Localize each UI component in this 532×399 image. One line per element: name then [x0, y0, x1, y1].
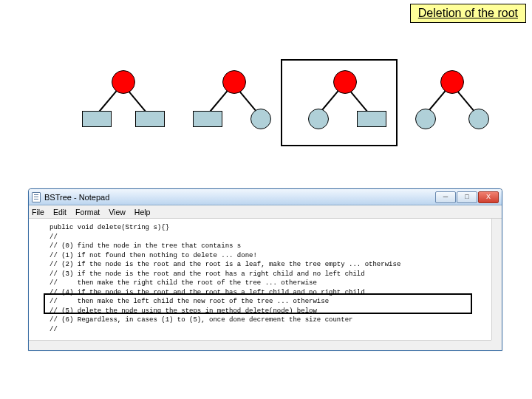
edge	[98, 90, 117, 114]
code-line: // (5) delete the node using the steps i…	[50, 307, 496, 316]
close-button[interactable]: X	[478, 191, 499, 203]
code-line: // then make the right child the root of…	[50, 279, 496, 288]
code-line: // (0) find the node in the tree that co…	[50, 242, 496, 251]
tree-case-2	[188, 70, 277, 137]
text-area[interactable]: public void delete(String s){} // // (0)…	[29, 219, 502, 350]
code-line: //	[50, 325, 496, 335]
code-line: // (1) if not found then nothing to dele…	[50, 251, 496, 261]
tree-case-3	[299, 70, 388, 137]
right-child-circle	[250, 109, 271, 129]
titlebar[interactable]: BSTree - Notepad ─ □ X	[29, 189, 502, 205]
left-child-circle	[415, 109, 436, 129]
scroll-corner	[491, 340, 502, 350]
vertical-scrollbar[interactable]	[491, 219, 502, 340]
left-child-rect	[82, 111, 112, 127]
tree-case-1	[78, 70, 166, 137]
minimize-button[interactable]: ─	[435, 191, 456, 203]
code-line: // then make the left child the new root…	[50, 297, 496, 307]
menu-view[interactable]: View	[109, 208, 126, 216]
notepad-icon	[32, 192, 41, 202]
menu-edit[interactable]: Edit	[53, 208, 66, 216]
left-child-circle	[308, 109, 329, 129]
root-node-red	[333, 70, 357, 94]
root-node-red	[222, 70, 246, 94]
code-line: // (2) if the node is the root and the r…	[50, 260, 496, 270]
maximize-button[interactable]: □	[457, 191, 477, 203]
code-line: public void delete(String s){}	[50, 223, 496, 233]
title-text: Deletion of the root	[418, 7, 518, 19]
window-title: BSTree - Notepad	[44, 193, 435, 202]
horizontal-scrollbar[interactable]	[29, 340, 491, 350]
code-line: // (6) Regardless, in cases (1) to (5), …	[50, 316, 496, 325]
tree-diagrams	[78, 70, 514, 151]
right-child-circle	[468, 109, 489, 129]
notepad-window: BSTree - Notepad ─ □ X File Edit Format …	[28, 188, 502, 351]
menu-file[interactable]: File	[32, 208, 44, 216]
tree-case-4	[406, 70, 495, 137]
title-box: Deletion of the root	[410, 4, 526, 23]
menubar: File Edit Format View Help	[29, 205, 502, 219]
window-controls: ─ □ X	[435, 191, 499, 203]
root-node-red	[440, 70, 464, 94]
code-line: // (3) if the node is the root and the r…	[50, 270, 496, 279]
menu-format[interactable]: Format	[75, 208, 100, 216]
code-line: // (4) if the node is the root and the r…	[50, 288, 496, 298]
menu-help[interactable]: Help	[134, 208, 151, 216]
right-child-rect	[357, 111, 386, 127]
left-child-rect	[193, 111, 222, 127]
code-line: //	[50, 233, 496, 242]
right-child-rect	[135, 111, 165, 127]
edge	[208, 90, 228, 114]
root-node-red	[112, 70, 135, 94]
